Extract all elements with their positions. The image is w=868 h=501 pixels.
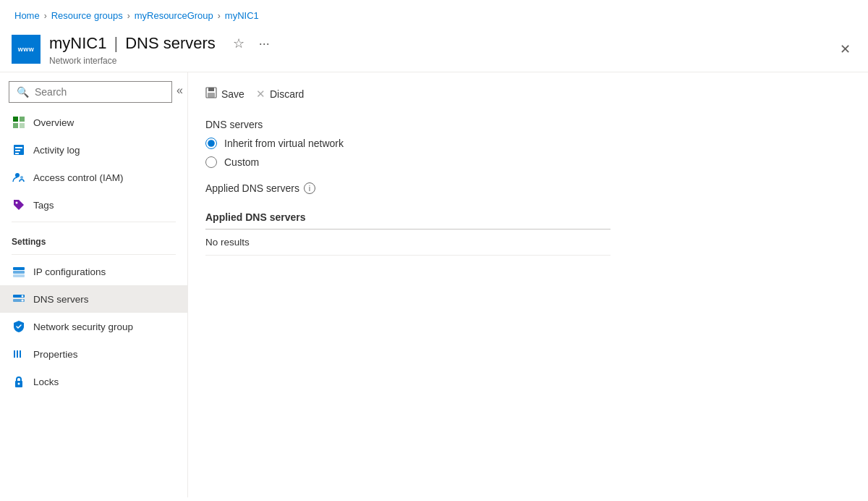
svg-rect-7 — [15, 153, 19, 154]
sidebar-item-tags[interactable]: Tags — [0, 191, 187, 219]
dns-icon — [12, 292, 26, 306]
collapse-button[interactable]: « — [172, 83, 187, 98]
resource-subtitle: Network interface — [49, 56, 854, 66]
sidebar-item-overview[interactable]: Overview — [0, 109, 187, 136]
table-row: No results — [205, 230, 610, 256]
inherit-label: Inherit from virtual network — [224, 138, 344, 149]
nsg-icon — [12, 319, 26, 334]
info-icon[interactable]: i — [304, 182, 315, 194]
custom-label: Custom — [224, 156, 259, 168]
breadcrumb-resource-group[interactable]: myResourceGroup — [135, 10, 213, 21]
more-options-button[interactable]: ··· — [256, 33, 273, 54]
save-label: Save — [221, 88, 244, 100]
breadcrumb: Home › Resource groups › myResourceGroup… — [0, 0, 868, 27]
breadcrumb-resource[interactable]: myNIC1 — [225, 10, 259, 21]
dns-radio-group: Inherit from virtual network Custom — [205, 138, 851, 168]
applied-dns-table: Applied DNS servers No results — [205, 206, 610, 256]
svg-point-22 — [18, 383, 20, 385]
sidebar-item-dns-label: DNS servers — [33, 294, 89, 305]
svg-rect-3 — [20, 123, 25, 128]
search-box[interactable]: 🔍 — [9, 81, 172, 103]
sidebar-item-dns-servers[interactable]: DNS servers — [0, 285, 187, 313]
sidebar-item-locks-label: Locks — [33, 376, 59, 387]
sidebar-item-properties[interactable]: Properties — [0, 340, 187, 368]
no-results-cell: No results — [205, 230, 610, 256]
table-header: Applied DNS servers — [205, 206, 610, 230]
sidebar-item-ip-config-label: IP configurations — [33, 266, 106, 277]
close-icon: ✕ — [840, 42, 851, 56]
sidebar-item-activity-label: Activity log — [33, 145, 80, 156]
sidebar-item-properties-label: Properties — [33, 349, 78, 360]
applied-dns-text: Applied DNS servers — [205, 182, 299, 194]
svg-point-16 — [22, 295, 24, 298]
properties-icon — [12, 347, 26, 361]
toolbar: Save ✕ Discard — [205, 84, 851, 104]
locks-icon — [12, 374, 26, 389]
svg-rect-18 — [14, 350, 15, 358]
search-input[interactable] — [35, 86, 164, 98]
sidebar-item-overview-label: Overview — [33, 117, 74, 128]
svg-rect-20 — [20, 350, 21, 358]
sidebar-item-nsg[interactable]: Network security group — [0, 313, 187, 340]
iam-icon — [12, 170, 26, 185]
ip-config-icon — [12, 264, 26, 279]
svg-point-10 — [16, 202, 18, 204]
page-title: DNS servers — [125, 34, 216, 53]
overview-icon — [12, 115, 26, 130]
custom-option[interactable]: Custom — [205, 156, 851, 168]
svg-point-8 — [15, 173, 20, 177]
svg-point-9 — [20, 176, 23, 179]
breadcrumb-resource-groups[interactable]: Resource groups — [51, 10, 123, 21]
sidebar-item-nsg-label: Network security group — [33, 321, 133, 332]
svg-rect-0 — [13, 117, 18, 122]
nav-divider-2 — [12, 254, 176, 255]
inherit-option[interactable]: Inherit from virtual network — [205, 138, 851, 149]
save-button[interactable]: Save — [205, 84, 244, 104]
page-header: www myNIC1 | DNS servers ☆ ··· Network i… — [0, 27, 868, 72]
svg-rect-11 — [13, 267, 25, 270]
svg-rect-25 — [208, 93, 215, 98]
settings-section-label: Settings — [0, 225, 187, 251]
sidebar-item-tags-label: Tags — [33, 200, 54, 211]
svg-rect-1 — [20, 117, 25, 122]
discard-label: Discard — [270, 88, 304, 100]
inherit-radio[interactable] — [205, 138, 217, 149]
sidebar-item-ip-configurations[interactable]: IP configurations — [0, 258, 187, 285]
applied-dns-label: Applied DNS servers i — [205, 182, 851, 194]
svg-rect-5 — [15, 147, 22, 148]
breadcrumb-home[interactable]: Home — [14, 10, 40, 21]
favorite-button[interactable]: ☆ — [230, 33, 247, 54]
save-icon — [205, 87, 217, 101]
nav-divider — [12, 222, 176, 222]
svg-point-17 — [22, 300, 24, 302]
sidebar: 🔍 « Overview — [0, 72, 188, 497]
custom-radio[interactable] — [205, 156, 217, 168]
svg-rect-13 — [13, 274, 25, 277]
svg-rect-2 — [13, 123, 18, 128]
svg-rect-24 — [208, 88, 214, 91]
search-icon: 🔍 — [17, 86, 29, 98]
star-icon: ☆ — [233, 35, 244, 51]
sidebar-item-locks[interactable]: Locks — [0, 368, 187, 395]
sidebar-item-iam-label: Access control (IAM) — [33, 172, 124, 183]
close-button[interactable]: ✕ — [837, 38, 854, 60]
tags-icon — [12, 198, 26, 212]
activity-log-icon — [12, 143, 26, 157]
discard-button[interactable]: ✕ Discard — [256, 85, 304, 104]
svg-rect-19 — [17, 350, 18, 358]
main-content: Save ✕ Discard DNS servers Inherit from … — [188, 72, 868, 497]
svg-rect-12 — [13, 271, 25, 274]
sidebar-item-activity-log[interactable]: Activity log — [0, 136, 187, 164]
svg-rect-6 — [15, 150, 20, 151]
resource-icon: www — [12, 35, 41, 64]
resource-name: myNIC1 — [49, 34, 106, 53]
sidebar-item-iam[interactable]: Access control (IAM) — [0, 164, 187, 191]
ellipsis-icon: ··· — [259, 36, 270, 51]
dns-servers-label: DNS servers — [205, 119, 851, 130]
discard-icon: ✕ — [256, 88, 265, 101]
